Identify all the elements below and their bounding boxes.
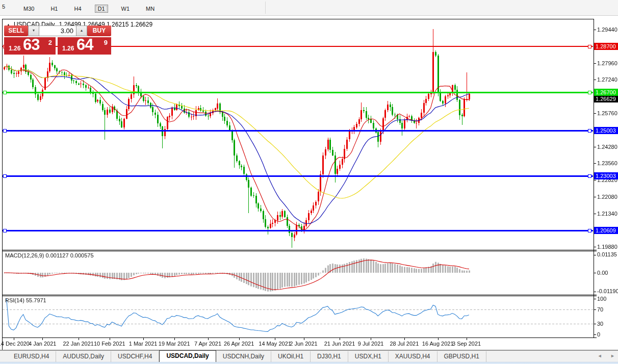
macd-name: MACD(12,26,9) (5, 252, 44, 258)
macd-tick--0.011904: -0.011904 (597, 288, 618, 294)
volume-increase-button[interactable]: ▲ (76, 25, 87, 36)
chart-tab-dj30[interactable]: DJ30,H1 (311, 351, 348, 362)
timeframe-button-w1[interactable]: W1 (118, 5, 133, 13)
chart-tab-gbpusd[interactable]: GBPUSD,H1 (437, 351, 486, 362)
spinner-down-icon: ▼ (32, 29, 36, 32)
buy-price-main: 64 (76, 36, 93, 54)
level-label-1.20609: 1.20609 (594, 227, 618, 234)
buy-price-box[interactable]: 1.26 64 9 (58, 37, 111, 55)
sell-price-box[interactable]: 1.26 63 2 (4, 37, 56, 55)
chart-tab-usdx[interactable]: USDX,H1 (348, 351, 389, 362)
date-tick: 28 Jul 2021 (390, 341, 419, 347)
tab-scroll-left-icon[interactable]: ◄ (598, 353, 602, 358)
level-label-1.25003: 1.25003 (594, 127, 618, 134)
date-tick: 9 Jul 2021 (358, 341, 384, 347)
level-label-1.26700: 1.26700 (594, 89, 618, 96)
date-tick: 4 Jan 2021 (29, 341, 56, 347)
rsi-value: 55.7971 (26, 297, 46, 303)
date-tick: 1 Mar 2021 (129, 341, 158, 347)
date-tick: 26 Apr 2021 (224, 341, 254, 347)
macd-tick-0.01135: 0.01135 (597, 251, 617, 257)
buy-button[interactable]: BUY (87, 25, 111, 36)
date-tick: 14 Dec 2020 (0, 341, 30, 347)
macd-tick-0.00: 0.00 (597, 270, 608, 276)
date-tick: 19 Mar 2021 (159, 341, 190, 347)
rsi-tick-0: 0 (597, 331, 600, 337)
rsi-tick-100: 100 (597, 296, 606, 302)
date-tick: 3 Sep 2021 (452, 341, 481, 347)
chart-tab-audusd[interactable]: AUDUSD,Daily (56, 351, 111, 362)
volume-input[interactable] (39, 26, 76, 36)
date-tick: 10 Feb 2021 (94, 341, 125, 347)
date-tick: 22 Jan 2021 (63, 341, 94, 347)
rsi-label: RSI(14) 55.7971 (5, 297, 46, 303)
sell-price-prefix: 1.26 (9, 45, 20, 52)
chart-tab-ukoil[interactable]: UKOil,H1 (271, 351, 311, 362)
date-tick: 14 May 2021 (259, 341, 291, 347)
timeframe-button-m30[interactable]: M30 (20, 5, 37, 13)
tab-scroll-right-icon[interactable]: ► (610, 353, 615, 358)
chart-tab-bar: EURUSD,H4AUDUSD,DailyUSDCHF,H4USDCAD,Dai… (0, 350, 618, 362)
price-tick-1.23560: 1.23560 (597, 160, 617, 166)
date-tick: 16 Aug 2021 (422, 341, 454, 347)
sell-button[interactable]: SELL (4, 25, 28, 36)
price-tick-1.19880: 1.19880 (597, 244, 617, 250)
macd-value-signal: 0.000575 (70, 252, 94, 258)
date-tick: 7 Apr 2021 (194, 341, 221, 347)
price-tick-1.27240: 1.27240 (597, 76, 617, 83)
buy-price-pip: 9 (104, 39, 108, 46)
volume-decrease-button[interactable]: ▼ (28, 25, 39, 36)
date-tick: 2 Jun 2021 (290, 341, 317, 347)
spinner-up-icon: ▲ (80, 29, 84, 32)
timeframe-button-mn[interactable]: MN (143, 5, 158, 13)
chart-tab-usdchf[interactable]: USDCHF,H4 (111, 351, 159, 362)
price-tick-1.29440: 1.29440 (597, 27, 617, 33)
date-tick: 21 Jun 2021 (324, 341, 355, 347)
tab-scroll-arrows: ◄ ► (590, 353, 615, 358)
chart-tab-usdcnh[interactable]: USDCNH,Daily (216, 351, 271, 362)
price-tick-1.25760: 1.25760 (597, 110, 617, 116)
rsi-tick-30: 30 (597, 321, 603, 327)
rsi-name: RSI(14) (5, 297, 24, 303)
timeframe-button-d1[interactable]: D1 (95, 5, 108, 13)
price-tick-1.22080: 1.22080 (597, 194, 617, 200)
price-chart-canvas[interactable] (0, 0, 618, 364)
timeframe-toolbar: 5M30H1H4D1W1MN (0, 0, 618, 16)
trading-terminal-window: { "toolbar": { "timeframes": ["5", "M30"… (0, 0, 618, 364)
timeframe-button-h1[interactable]: H1 (47, 5, 61, 13)
level-label-1.23003: 1.23003 (594, 172, 618, 179)
level-label-1.28700: 1.28700 (594, 43, 618, 50)
timeframe-button-5[interactable]: 5 (0, 3, 10, 11)
chart-tab-eurusd[interactable]: EURUSD,H4 (7, 351, 56, 362)
toolbar-separator (265, 2, 266, 14)
macd-label: MACD(12,26,9) 0.001127 0.000575 (5, 252, 94, 258)
sell-price-pip: 2 (48, 39, 52, 46)
sell-price-main: 63 (23, 36, 39, 54)
status-strip (0, 362, 618, 364)
price-tick-1.21340: 1.21340 (597, 211, 617, 217)
current-price-label: 1.26629 (594, 95, 618, 102)
price-tick-1.24280: 1.24280 (597, 144, 617, 150)
price-tick-1.27960: 1.27960 (597, 60, 617, 66)
macd-value-main: 0.001127 (45, 252, 68, 258)
chart-tab-usdcad[interactable]: USDCAD,Daily (159, 350, 216, 362)
timeframe-button-h4[interactable]: H4 (71, 5, 84, 13)
chart-tab-xauusd[interactable]: XAUUSD,H4 (389, 351, 437, 362)
buy-price-prefix: 1.26 (62, 45, 74, 52)
rsi-tick-70: 70 (597, 306, 603, 313)
one-click-trade-panel: SELL ▼ ▲ BUY 1.26 63 2 1.26 64 9 (4, 25, 111, 55)
